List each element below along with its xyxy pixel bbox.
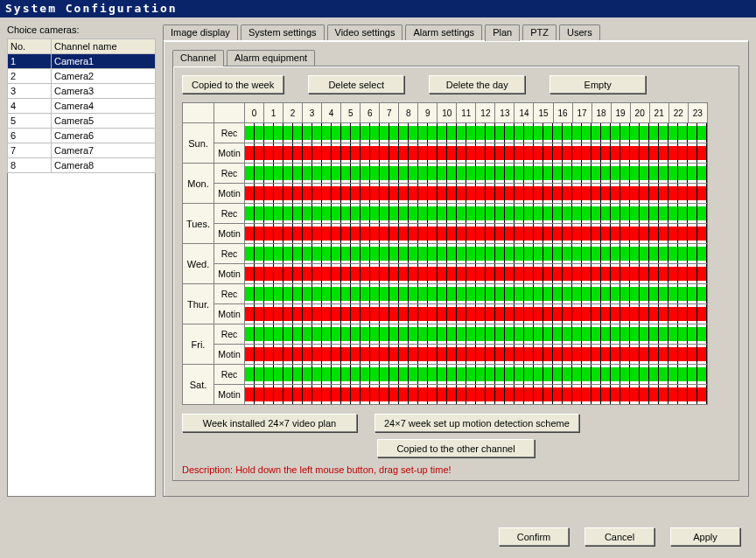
camera-list-label: Choice cameras: [7, 24, 156, 35]
hour-header: 23 [688, 103, 707, 123]
rec-bar[interactable] [245, 164, 708, 184]
motin-bar[interactable] [245, 304, 708, 324]
tab-system-settings[interactable]: System settings [241, 24, 325, 40]
motin-bar[interactable] [245, 345, 708, 365]
day-label: Thur. [183, 284, 214, 324]
day-label: Sun. [183, 123, 214, 164]
main-panel: Image displaySystem settingsVideo settin… [163, 24, 749, 500]
day-label: Tues. [183, 204, 214, 244]
motin-label: Motin [214, 264, 245, 284]
rec-bar[interactable] [245, 284, 708, 304]
window-titlebar: System Configuration [0, 0, 756, 17]
hour-header: 0 [245, 103, 264, 123]
camera-table[interactable]: No. Channel name 1Camera12Camera23Camera… [7, 38, 156, 497]
hour-header: 19 [611, 103, 630, 123]
hour-header: 6 [360, 103, 380, 123]
camera-no: 5 [8, 114, 52, 129]
motin-label: Motin [214, 184, 245, 204]
cancel-button[interactable]: Cancel [584, 527, 654, 546]
window-title: System Configuration [5, 2, 178, 15]
hour-header: 13 [495, 103, 514, 123]
motin-bar[interactable] [245, 385, 708, 405]
camera-header-no: No. [8, 39, 52, 54]
schedule-grid[interactable]: 01234567891011121314151617181920212223Su… [182, 102, 708, 405]
inner-tab-channel[interactable]: Channel [172, 50, 224, 66]
hour-header: 7 [380, 103, 399, 123]
copy-other-channel-button[interactable]: Copied to the other channel [377, 439, 535, 457]
hour-header: 18 [592, 103, 611, 123]
tab-ptz[interactable]: PTZ [522, 24, 556, 40]
delete-select-button[interactable]: Delete select [308, 75, 404, 94]
motin-label: Motin [214, 304, 245, 324]
dialog-footer: Confirm Cancel Apply [499, 527, 740, 546]
table-row[interactable]: 1Camera1 [8, 54, 156, 69]
camera-list-panel: Choice cameras: No. Channel name 1Camera… [7, 24, 156, 500]
rec-bar[interactable] [245, 123, 708, 143]
camera-name: Camera4 [52, 99, 156, 114]
camera-no: 2 [8, 69, 52, 84]
camera-name: Camera7 [52, 143, 156, 158]
inner-tabs: ChannelAlarm equipment [172, 50, 739, 66]
motin-label: Motin [214, 385, 245, 405]
rec-bar[interactable] [245, 324, 708, 345]
motin-bar[interactable] [245, 184, 708, 204]
motin-label: Motin [214, 143, 245, 164]
hour-header: 2 [284, 103, 303, 123]
tab-alarm-settings[interactable]: Alarm settings [405, 24, 482, 40]
table-row[interactable]: 5Camera5 [8, 114, 156, 129]
rec-bar[interactable] [245, 244, 708, 264]
rec-label: Rec [214, 164, 245, 184]
table-row[interactable]: 4Camera4 [8, 99, 156, 114]
tab-users[interactable]: Users [559, 24, 600, 40]
rec-label: Rec [214, 204, 245, 224]
rec-label: Rec [214, 123, 245, 143]
hour-header: 22 [668, 103, 688, 123]
tab-video-settings[interactable]: Video settings [327, 24, 403, 40]
camera-no: 1 [8, 54, 52, 69]
delete-day-button[interactable]: Delete the day [429, 75, 525, 94]
table-row[interactable]: 3Camera3 [8, 84, 156, 99]
apply-button[interactable]: Apply [670, 527, 740, 546]
day-label: Mon. [183, 164, 214, 204]
camera-no: 4 [8, 99, 52, 114]
day-label: Fri. [183, 324, 214, 365]
hour-header: 11 [457, 103, 476, 123]
motin-bar[interactable] [245, 224, 708, 244]
week-motion-plan-button[interactable]: 24×7 week set up motion detection scheme [374, 414, 579, 432]
motin-bar[interactable] [245, 143, 708, 164]
inner-tab-alarm-equipment[interactable]: Alarm equipment [227, 50, 315, 66]
table-row[interactable]: 2Camera2 [8, 69, 156, 84]
table-row[interactable]: 8Camera8 [8, 158, 156, 173]
camera-no: 6 [8, 129, 52, 143]
channel-panel: Copied to the week Delete select Delete … [172, 66, 739, 481]
hour-header: 1 [264, 103, 284, 123]
hour-header: 8 [399, 103, 418, 123]
rec-label: Rec [214, 365, 245, 385]
table-row[interactable]: 7Camera7 [8, 143, 156, 158]
hour-header: 10 [438, 103, 457, 123]
hour-header: 4 [322, 103, 341, 123]
copied-week-button[interactable]: Copied to the week [182, 75, 284, 94]
empty-button[interactable]: Empty [550, 75, 646, 94]
hour-header: 5 [341, 103, 360, 123]
motin-label: Motin [214, 345, 245, 365]
confirm-button[interactable]: Confirm [499, 527, 569, 546]
day-label: Wed. [183, 244, 214, 284]
camera-no: 3 [8, 84, 52, 99]
camera-header-name: Channel name [52, 39, 156, 54]
rec-bar[interactable] [245, 365, 708, 385]
table-row[interactable]: 6Camera6 [8, 129, 156, 143]
week-video-plan-button[interactable]: Week installed 24×7 video plan [182, 414, 357, 432]
tab-image-display[interactable]: Image display [163, 24, 238, 40]
motin-bar[interactable] [245, 264, 708, 284]
camera-name: Camera1 [52, 54, 156, 69]
rec-label: Rec [214, 244, 245, 264]
hour-header: 16 [553, 103, 572, 123]
hour-header: 3 [303, 103, 322, 123]
tab-plan[interactable]: Plan [485, 24, 520, 41]
rec-label: Rec [214, 324, 245, 345]
hour-header: 20 [630, 103, 649, 123]
plan-panel: ChannelAlarm equipment Copied to the wee… [163, 40, 749, 497]
rec-bar[interactable] [245, 204, 708, 224]
rec-label: Rec [214, 284, 245, 304]
